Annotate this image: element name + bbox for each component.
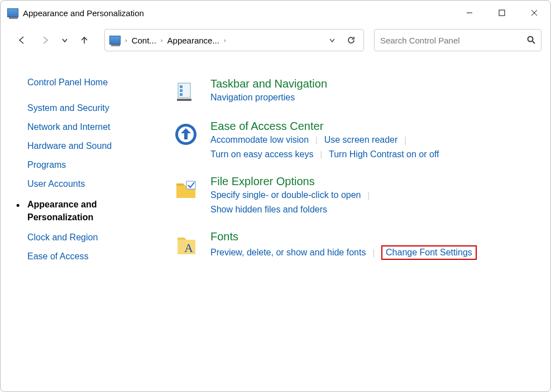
ease-of-access-icon (174, 122, 198, 147)
sidebar-item-user-accounts[interactable]: User Accounts (27, 179, 174, 189)
category-taskbar: Taskbar and Navigation Navigation proper… (174, 78, 534, 104)
svg-rect-1 (499, 10, 505, 16)
task-high-contrast[interactable]: Turn High Contrast on or off (329, 149, 439, 159)
search-input[interactable]: Search Control Panel (374, 29, 542, 51)
breadcrumb-seg-2[interactable]: Appearance... (167, 36, 219, 45)
chevron-right-icon[interactable]: › (223, 37, 227, 43)
sidebar-item-appearance[interactable]: Appearance andPersonalization (27, 198, 174, 224)
task-easy-access-keys[interactable]: Turn on easy access keys (210, 149, 313, 159)
content: Taskbar and Navigation Navigation proper… (174, 78, 550, 275)
recent-dropdown[interactable] (59, 30, 71, 50)
svg-line-5 (533, 41, 535, 43)
category-ease-of-access: Ease of Access Center Accommodate low vi… (174, 120, 534, 159)
up-button[interactable] (74, 30, 94, 50)
task-use-screen-reader[interactable]: Use screen reader (324, 135, 398, 145)
category-title-taskbar[interactable]: Taskbar and Navigation (210, 78, 534, 90)
sidebar-item-clock-region[interactable]: Clock and Region (27, 233, 174, 243)
taskbar-icon (174, 80, 198, 104)
category-fonts: A Fonts Preview, delete, or show and hid… (174, 230, 534, 260)
task-change-font-settings[interactable]: Change Font Settings (381, 245, 477, 260)
sidebar: Control Panel Home System and Security N… (1, 78, 174, 275)
sidebar-item-programs[interactable]: Programs (27, 160, 174, 170)
svg-rect-8 (180, 89, 183, 92)
sidebar-item-hardware-sound[interactable]: Hardware and Sound (27, 141, 174, 151)
body: Control Panel Home System and Security N… (1, 55, 550, 275)
sidebar-home[interactable]: Control Panel Home (27, 78, 174, 88)
task-single-double-click[interactable]: Specify single- or double-click to open (210, 190, 361, 200)
file-explorer-options-icon (174, 177, 198, 202)
separator: | (313, 150, 329, 159)
search-icon[interactable] (526, 35, 535, 46)
address-dropdown[interactable] (324, 32, 340, 48)
separator: | (366, 248, 381, 257)
window-title: Appearance and Personalization (23, 8, 144, 18)
sidebar-item-network-internet[interactable]: Network and Internet (27, 122, 174, 132)
separator: | (397, 135, 413, 144)
minimize-button[interactable] (453, 2, 486, 24)
window-controls (453, 2, 550, 24)
back-button[interactable] (12, 30, 32, 50)
sidebar-item-ease-access[interactable]: Ease of Access (27, 251, 174, 262)
control-panel-icon (7, 8, 18, 17)
separator: | (361, 191, 376, 200)
control-panel-icon (109, 36, 121, 45)
breadcrumb-seg-1[interactable]: Cont... (132, 36, 156, 45)
maximize-button[interactable] (486, 2, 518, 24)
svg-rect-7 (180, 85, 183, 88)
separator: | (309, 135, 324, 144)
refresh-button[interactable] (343, 32, 359, 48)
task-show-hidden-files[interactable]: Show hidden files and folders (210, 205, 327, 215)
svg-text:A: A (184, 241, 193, 255)
addressbar[interactable]: › Cont... › Appearance... › (104, 29, 364, 51)
forward-button[interactable] (35, 30, 55, 50)
svg-point-4 (528, 36, 533, 41)
category-title-explorer[interactable]: File Explorer Options (210, 175, 534, 188)
task-navigation-properties[interactable]: Navigation properties (210, 93, 295, 103)
category-title-ease[interactable]: Ease of Access Center (210, 120, 534, 133)
close-button[interactable] (518, 2, 550, 24)
sidebar-item-system-security[interactable]: System and Security (27, 103, 174, 113)
chevron-right-icon[interactable]: › (160, 37, 164, 43)
svg-rect-10 (177, 99, 191, 101)
titlebar: Appearance and Personalization (1, 1, 550, 25)
fonts-icon: A (174, 233, 198, 257)
category-file-explorer: File Explorer Options Specify single- or… (174, 175, 534, 215)
svg-rect-9 (180, 93, 183, 96)
chevron-right-icon[interactable]: › (124, 37, 128, 43)
task-accommodate-low-vision[interactable]: Accommodate low vision (210, 135, 309, 145)
navbar: › Cont... › Appearance... › Search Contr… (1, 25, 550, 55)
search-placeholder: Search Control Panel (380, 36, 526, 45)
task-preview-fonts[interactable]: Preview, delete, or show and hide fonts (210, 248, 366, 258)
category-title-fonts[interactable]: Fonts (210, 230, 534, 243)
